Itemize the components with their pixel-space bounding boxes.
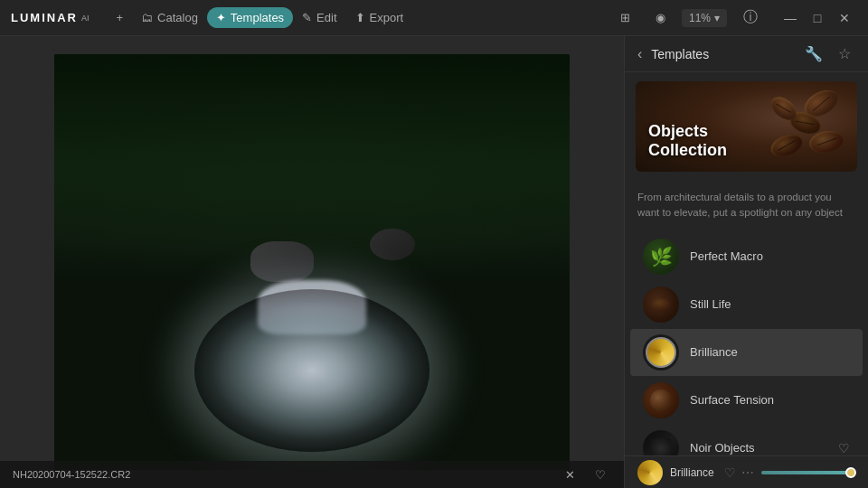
eye-button[interactable]: ◉ bbox=[646, 7, 675, 28]
template-thumb-macro bbox=[643, 239, 679, 275]
catalog-label: Catalog bbox=[157, 11, 198, 24]
back-icon: ‹ bbox=[637, 46, 642, 61]
collection-title: Objects Collection bbox=[648, 122, 727, 161]
photo-close-icon: ✕ bbox=[565, 468, 575, 482]
collection-hero[interactable]: Objects Collection bbox=[636, 81, 857, 172]
template-name: Brilliance bbox=[690, 345, 827, 359]
bottom-bar: Brilliance ♡ ⋯ bbox=[625, 455, 868, 488]
photo-container bbox=[54, 54, 570, 470]
app-logo: LUMINAR bbox=[11, 11, 78, 24]
zoom-chevron-icon: ▾ bbox=[714, 12, 720, 24]
panel-header: ‹ Templates 🔧 ☆ bbox=[625, 36, 868, 72]
view-icon: ⊞ bbox=[620, 11, 630, 24]
wrench-icon: 🔧 bbox=[805, 45, 823, 62]
slider-track[interactable] bbox=[761, 471, 855, 474]
info-button[interactable]: ⓘ bbox=[734, 5, 767, 31]
maximize-icon: □ bbox=[814, 11, 821, 25]
photo-swirl bbox=[194, 289, 429, 452]
info-icon: ⓘ bbox=[743, 8, 758, 27]
star-icon: ☆ bbox=[838, 45, 851, 62]
bottom-bar-label: Brilliance bbox=[670, 466, 717, 479]
bottom-bar-thumb bbox=[637, 460, 663, 485]
catalog-button[interactable]: 🗂 Catalog bbox=[132, 7, 207, 28]
filename-bar: NH20200704-152522.CR2 ✕ ♡ bbox=[0, 461, 624, 488]
zoom-value: 11% bbox=[689, 12, 711, 24]
edit-button[interactable]: ✎ Edit bbox=[293, 7, 345, 28]
template-name: Surface Tension bbox=[690, 393, 827, 407]
wrench-button[interactable]: 🔧 bbox=[801, 42, 826, 67]
bottom-heart-button[interactable]: ♡ bbox=[724, 465, 736, 480]
eye-icon: ◉ bbox=[656, 11, 665, 24]
window-controls: — □ ✕ bbox=[778, 5, 857, 31]
photo-rock-1 bbox=[250, 241, 314, 282]
templates-icon: ✦ bbox=[216, 11, 226, 24]
template-item[interactable]: Noir Objects♡ bbox=[630, 425, 863, 456]
collection-description: From architectural details to a product … bbox=[625, 181, 868, 229]
maximize-button[interactable]: □ bbox=[805, 5, 830, 31]
main-area: NH20200704-152522.CR2 ✕ ♡ ‹ Templates 🔧 bbox=[0, 36, 868, 488]
bottom-more-button[interactable]: ⋯ bbox=[741, 465, 754, 480]
filename-actions: ✕ ♡ bbox=[560, 466, 611, 483]
filename-text: NH20200704-152522.CR2 bbox=[13, 469, 130, 480]
add-button[interactable]: + bbox=[107, 7, 132, 28]
template-list: Perfect Macro♡Still Life♡Brilliance♡Surf… bbox=[625, 229, 868, 456]
export-icon: ⬆ bbox=[355, 11, 365, 24]
template-item[interactable]: Surface Tension♡ bbox=[630, 377, 863, 424]
photo-rock-2 bbox=[370, 229, 415, 260]
template-name: Still Life bbox=[690, 297, 827, 311]
export-button[interactable]: ⬆ Export bbox=[346, 7, 413, 28]
right-panel: ‹ Templates 🔧 ☆ bbox=[624, 36, 868, 488]
template-item[interactable]: Perfect Macro♡ bbox=[630, 233, 863, 280]
catalog-icon: 🗂 bbox=[141, 11, 153, 24]
templates-label: Templates bbox=[231, 11, 284, 24]
panel-back-button[interactable]: ‹ bbox=[636, 45, 644, 63]
template-thumb-still bbox=[643, 286, 679, 323]
template-name: Noir Objects bbox=[690, 441, 827, 455]
template-favorite-button[interactable]: ♡ bbox=[838, 441, 850, 455]
slider-thumb[interactable] bbox=[845, 467, 856, 478]
more-icon: ⋯ bbox=[741, 465, 754, 480]
heart-icon: ♡ bbox=[724, 465, 736, 480]
photo-heart-icon: ♡ bbox=[595, 468, 606, 482]
photo-forest-overlay bbox=[54, 54, 570, 283]
template-thumb-surface bbox=[643, 382, 679, 418]
template-name: Perfect Macro bbox=[690, 249, 827, 263]
star-button[interactable]: ☆ bbox=[832, 42, 857, 67]
export-label: Export bbox=[370, 11, 404, 24]
minimize-icon: — bbox=[784, 11, 797, 25]
photo-favorite-button[interactable]: ♡ bbox=[590, 466, 611, 483]
hero-text: Objects Collection bbox=[648, 122, 727, 161]
template-thumb-noir bbox=[643, 430, 679, 456]
panel-title: Templates bbox=[651, 47, 794, 61]
title-bar: LUMINAR AI + 🗂 Catalog ✦ Templates ✎ Edi… bbox=[0, 0, 868, 36]
edit-icon: ✎ bbox=[302, 11, 312, 24]
close-icon: ✕ bbox=[839, 11, 850, 25]
minimize-button[interactable]: — bbox=[778, 5, 803, 31]
bottom-bar-icons: ♡ ⋯ bbox=[724, 465, 754, 480]
slider-fill bbox=[761, 471, 851, 474]
templates-button[interactable]: ✦ Templates bbox=[207, 7, 293, 28]
template-item[interactable]: Brilliance♡ bbox=[630, 329, 863, 376]
zoom-control[interactable]: 11% ▾ bbox=[682, 9, 727, 27]
coffee-bean-5 bbox=[768, 131, 805, 161]
photo-close-button[interactable]: ✕ bbox=[560, 466, 580, 483]
app-logo-ai: AI bbox=[81, 14, 90, 23]
edit-label: Edit bbox=[316, 11, 336, 24]
template-thumb-brilliance bbox=[643, 334, 679, 371]
canvas-area: NH20200704-152522.CR2 ✕ ♡ bbox=[0, 36, 624, 488]
view-toggle-button[interactable]: ⊞ bbox=[611, 7, 639, 28]
panel-tools: 🔧 ☆ bbox=[801, 42, 857, 67]
template-item[interactable]: Still Life♡ bbox=[630, 281, 863, 328]
close-button[interactable]: ✕ bbox=[832, 5, 857, 31]
